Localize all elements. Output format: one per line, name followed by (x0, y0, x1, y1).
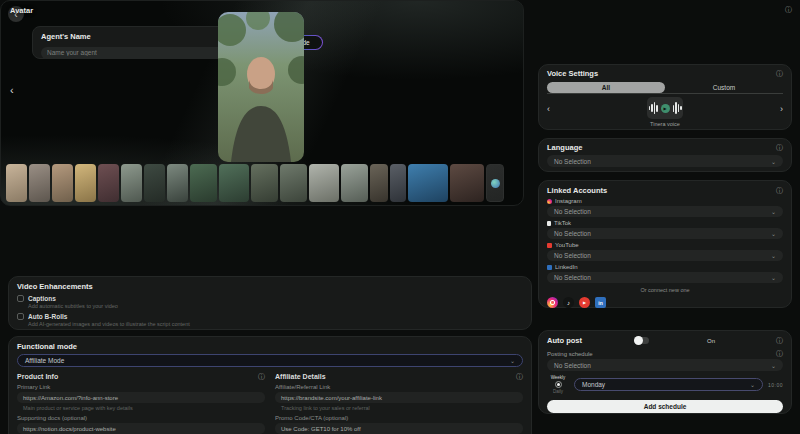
chevron-down-icon: ⌄ (771, 230, 776, 237)
auto-post-info-icon[interactable]: ⓘ (776, 337, 783, 344)
auto-post-title: Auto post (547, 336, 582, 345)
auto-post-state: On (707, 338, 715, 344)
social-icons-row: ♪ ▶ in (547, 297, 783, 308)
youtube-value: No Selection (554, 252, 591, 259)
voice-settings-info-icon[interactable]: ⓘ (776, 70, 783, 77)
product-info-info-icon[interactable]: ⓘ (258, 373, 265, 380)
voice-name-label: Tinera voice (547, 121, 783, 127)
avatar-thumb-12[interactable] (280, 164, 307, 202)
primary-link-input[interactable]: https://Amazon.com/?info-ann-store (17, 392, 265, 403)
auto-brolls-label: Auto B-Rolls (28, 313, 67, 320)
linkedin-select[interactable]: No Selection ⌄ (547, 272, 783, 283)
weekly-radio[interactable] (555, 381, 562, 388)
supporting-docs-input[interactable]: https://notion.docs/product-website (17, 423, 265, 434)
avatar-thumb-4[interactable] (75, 164, 96, 202)
posting-schedule-info-icon[interactable]: ⓘ (776, 350, 783, 357)
supporting-docs-label: Supporting docs (optional) (17, 415, 265, 421)
avatar-thumb-7[interactable] (144, 164, 165, 202)
instagram-select[interactable]: No Selection ⌄ (547, 206, 783, 217)
linked-accounts-card: Linked Accounts ⓘ Instagram No Selection… (538, 180, 792, 308)
linkedin-connect-icon[interactable]: in (595, 297, 606, 308)
instagram-connect-icon[interactable] (547, 297, 558, 308)
language-select[interactable]: No Selection ⌄ (547, 155, 783, 167)
avatar-title: Avatar (10, 6, 33, 15)
avatar-prev-icon[interactable]: ‹ (10, 84, 14, 96)
avatar-thumb-16[interactable] (390, 164, 406, 202)
time-value[interactable]: 10:00 (768, 382, 783, 388)
avatar-thumb-10[interactable] (219, 164, 249, 202)
product-info-title: Product Info (17, 373, 58, 380)
day-select[interactable]: Monday ⌄ (574, 378, 763, 391)
instagram-label: Instagram (555, 198, 582, 204)
voice-tab-all[interactable]: All (547, 82, 665, 93)
avatar-thumb-1[interactable] (6, 164, 27, 202)
daily-label: Daily (553, 389, 563, 394)
language-title: Language (547, 143, 582, 152)
avatar-thumb-9[interactable] (190, 164, 217, 202)
avatar-thumb-18[interactable] (450, 164, 484, 202)
avatar-thumb-17[interactable] (408, 164, 448, 202)
avatar-thumb-11[interactable] (251, 164, 278, 202)
auto-post-toggle[interactable] (634, 337, 649, 344)
waveform-icon (649, 102, 658, 114)
captions-description: Add automatic subtitles to your video (28, 303, 523, 309)
youtube-connect-icon[interactable]: ▶ (579, 297, 590, 308)
voice-prev-icon[interactable]: ‹ (547, 104, 550, 114)
avatar-thumbnails (6, 164, 518, 202)
instagram-icon (547, 199, 552, 204)
avatar-thumb-3[interactable] (52, 164, 73, 202)
avatar-thumb-6[interactable] (121, 164, 142, 202)
posting-schedule-value: No Selection (554, 362, 591, 369)
play-icon[interactable]: ▶ (661, 104, 670, 113)
voice-settings-title: Voice Settings (547, 69, 598, 78)
voice-carousel: ‹ › ▶ Tinera voice (547, 96, 783, 130)
avatar-thumb-14[interactable] (341, 164, 368, 202)
captions-label: Captions (28, 295, 56, 302)
affiliate-details-info-icon[interactable]: ⓘ (516, 373, 523, 380)
day-value: Monday (582, 381, 605, 388)
affiliate-details-column: Affiliate Details ⓘ Affiliate/Referral L… (275, 373, 523, 434)
captions-checkbox[interactable] (17, 295, 24, 302)
avatar-thumb-13[interactable] (309, 164, 339, 202)
promo-code-label: Promo Code/CTA (optional) (275, 415, 523, 421)
voice-tabs: All Custom (547, 82, 783, 94)
tiktok-value: No Selection (554, 230, 591, 237)
add-schedule-button[interactable]: Add schedule (547, 400, 783, 413)
promo-code-input[interactable]: Use Code: GET10 for 10% off (275, 423, 523, 434)
tiktok-label: TikTok (554, 220, 571, 226)
linked-accounts-title: Linked Accounts (547, 186, 607, 195)
language-info-icon[interactable]: ⓘ (776, 144, 783, 151)
agent-settings-page: ‹ Agent's Name ⓘ Intro guide Avatar ⓘ ‹ … (0, 0, 800, 434)
linked-accounts-info-icon[interactable]: ⓘ (776, 187, 783, 194)
voice-next-icon[interactable]: › (780, 104, 783, 114)
connect-new-link[interactable]: Or connect new one (547, 287, 783, 293)
instagram-value: No Selection (554, 208, 591, 215)
video-enhancements-card: Video Enhancements Captions Add automati… (8, 276, 532, 330)
voice-tab-custom[interactable]: Custom (665, 82, 783, 93)
avatar-preview-image[interactable] (218, 12, 304, 162)
youtube-select[interactable]: No Selection ⌄ (547, 250, 783, 261)
weekly-label: Weekly (551, 375, 566, 380)
tiktok-connect-icon[interactable]: ♪ (563, 297, 574, 308)
avatar-person-illustration (218, 12, 304, 162)
agent-name-label: Agent's Name (41, 32, 91, 41)
avatar-thumb-5[interactable] (98, 164, 119, 202)
affiliate-link-value: https://brandsite.com/your-affiliate-lin… (281, 395, 382, 401)
affiliate-link-input[interactable]: https://brandsite.com/your-affiliate-lin… (275, 392, 523, 403)
language-card: Language ⓘ No Selection ⌄ (538, 138, 792, 172)
chevron-down-icon: ⌄ (771, 158, 776, 165)
auto-brolls-checkbox[interactable] (17, 313, 24, 320)
posting-schedule-select[interactable]: No Selection ⌄ (547, 359, 783, 371)
auto-post-card: Auto post On ⓘ Posting schedule ⓘ No Sel… (538, 330, 792, 414)
voice-sample-tile[interactable]: ▶ (647, 97, 683, 119)
chevron-down-icon: ⌄ (771, 252, 776, 259)
tiktok-select[interactable]: No Selection ⌄ (547, 228, 783, 239)
avatar-more[interactable] (486, 164, 504, 202)
avatar-thumb-15[interactable] (370, 164, 388, 202)
youtube-icon (547, 243, 552, 248)
primary-link-label: Primary Link (17, 384, 265, 390)
avatar-thumb-2[interactable] (29, 164, 50, 202)
avatar-thumb-8[interactable] (167, 164, 188, 202)
functional-mode-select[interactable]: Affiliate Mode ⌄ (17, 354, 523, 367)
affiliate-link-hint: Tracking link to your sales or referral (281, 405, 523, 411)
